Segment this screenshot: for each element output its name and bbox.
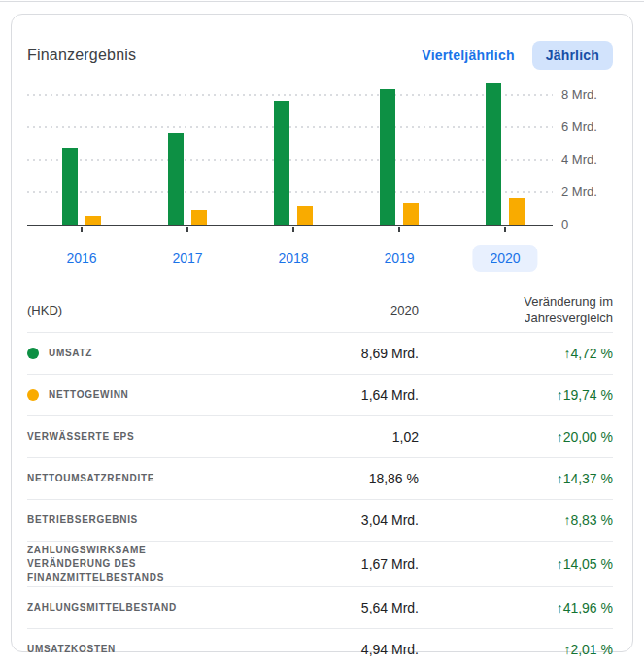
row-label-cell: UMSATZKOSTEN	[27, 643, 234, 656]
series-dot	[27, 348, 39, 359]
row-value: 4,94 Mrd.	[234, 642, 419, 657]
row-label: VERWÄSSERTE EPS	[27, 430, 134, 444]
year-button-2019[interactable]: 2019	[366, 245, 431, 272]
x-axis-ticks	[27, 225, 613, 233]
y-axis-tick-label: 4 Mrd.	[561, 152, 597, 167]
year-button-2020[interactable]: 2020	[472, 245, 537, 272]
x-tick	[292, 227, 294, 232]
table-row[interactable]: NETTOGEWINN 1,64 Mrd. ↑19,74 %	[27, 375, 613, 416]
x-tick	[398, 227, 400, 232]
x-tick	[186, 227, 188, 232]
financials-table: (HKD) 2020 Veränderung im Jahresvergleic…	[27, 287, 613, 664]
gridline	[27, 159, 553, 161]
gridline	[27, 126, 553, 128]
row-label-cell: ZAHLUNGSWIRKSAME VERÄNDERUNG DES FINANZM…	[27, 544, 234, 584]
row-label-cell: BETRIEBSERGEBNIS	[27, 514, 234, 527]
table-row[interactable]: UMSATZKOSTEN 4,94 Mrd. ↑2,01 %	[27, 629, 613, 664]
y-axis-tick-label: 2 Mrd.	[561, 184, 597, 199]
bar-umsatz-2020[interactable]	[486, 83, 501, 225]
period-toggle: Vierteljährlich Jährlich	[410, 41, 613, 70]
row-label-cell: NETTOGEWINN	[27, 388, 234, 402]
row-label-cell: NETTOUMSATZRENDITE	[27, 472, 234, 485]
row-change: ↑19,74 %	[419, 387, 613, 403]
row-change: ↑41,96 %	[419, 600, 613, 615]
table-row[interactable]: VERWÄSSERTE EPS 1,02 ↑20,00 %	[27, 416, 613, 458]
top-divider	[0, 1, 644, 2]
y-axis-tick-label: 8 Mrd.	[561, 87, 597, 102]
series-dot	[27, 389, 39, 401]
row-change: ↑20,00 %	[419, 429, 613, 445]
year-selector: 20162017201820192020	[27, 245, 613, 272]
y-axis-tick-label: 6 Mrd.	[561, 119, 597, 134]
bar-nettogewinn-2017[interactable]	[191, 210, 207, 225]
period-header: 2020	[234, 303, 419, 317]
card-title: Finanzergebnis	[27, 47, 136, 64]
annual-toggle-button[interactable]: Jährlich	[532, 41, 613, 70]
bar-nettogewinn-2019[interactable]	[403, 203, 419, 225]
bar-umsatz-2017[interactable]	[168, 133, 184, 225]
bar-umsatz-2018[interactable]	[274, 101, 289, 225]
row-value: 3,04 Mrd.	[234, 513, 419, 528]
chart-plot-area	[27, 78, 553, 225]
year-button-2016[interactable]: 2016	[49, 245, 114, 272]
change-header: Veränderung im Jahresvergleich	[467, 293, 613, 326]
row-value: 8,69 Mrd.	[234, 346, 419, 361]
table-row[interactable]: BETRIEBSERGEBNIS 3,04 Mrd. ↑8,83 %	[27, 500, 613, 542]
row-label: ZAHLUNGSWIRKSAME VERÄNDERUNG DES FINANZM…	[27, 544, 194, 584]
row-label: BETRIEBSERGEBNIS	[27, 514, 138, 527]
bar-chart: 8 Mrd.6 Mrd.4 Mrd.2 Mrd.0	[27, 78, 613, 225]
currency-header: (HKD)	[27, 303, 234, 317]
row-label: UMSATZ	[49, 347, 92, 360]
bar-nettogewinn-2018[interactable]	[297, 206, 313, 225]
table-body: UMSATZ 8,69 Mrd. ↑4,72 % NETTOGEWINN 1,6…	[27, 333, 613, 664]
row-change: ↑14,05 %	[419, 556, 613, 572]
table-row[interactable]: UMSATZ 8,69 Mrd. ↑4,72 %	[27, 333, 613, 375]
row-label-cell: UMSATZ	[27, 347, 234, 360]
gridline	[27, 94, 553, 96]
quarterly-toggle-button[interactable]: Vierteljährlich	[410, 41, 525, 70]
row-label: UMSATZKOSTEN	[27, 643, 116, 656]
row-value: 18,86 %	[234, 471, 419, 486]
row-label-cell: ZAHLUNGSMITTELBESTAND	[27, 601, 234, 614]
row-value: 1,02	[234, 429, 419, 445]
bar-umsatz-2019[interactable]	[380, 89, 395, 225]
table-row[interactable]: NETTOUMSATZRENDITE 18,86 % ↑14,37 %	[27, 458, 613, 500]
table-row[interactable]: ZAHLUNGSWIRKSAME VERÄNDERUNG DES FINANZM…	[27, 542, 613, 587]
financial-results-card: Finanzergebnis Vierteljährlich Jährlich …	[11, 14, 633, 652]
row-value: 5,64 Mrd.	[234, 600, 419, 615]
row-change: ↑2,01 %	[419, 642, 613, 657]
row-label-cell: VERWÄSSERTE EPS	[27, 430, 234, 444]
row-value: 1,64 Mrd.	[234, 387, 419, 403]
row-label: NETTOGEWINN	[49, 388, 129, 402]
bar-umsatz-2016[interactable]	[62, 148, 78, 225]
bar-nettogewinn-2016[interactable]	[85, 216, 101, 225]
row-label: NETTOUMSATZRENDITE	[27, 472, 154, 485]
x-tick	[81, 227, 83, 232]
row-label: ZAHLUNGSMITTELBESTAND	[27, 601, 177, 614]
bar-nettogewinn-2020[interactable]	[509, 198, 525, 225]
gridline	[27, 191, 553, 193]
row-change: ↑4,72 %	[419, 346, 613, 361]
year-button-2018[interactable]: 2018	[260, 245, 325, 272]
table-header: (HKD) 2020 Veränderung im Jahresvergleic…	[27, 287, 613, 333]
table-row[interactable]: ZAHLUNGSMITTELBESTAND 5,64 Mrd. ↑41,96 %	[27, 587, 613, 629]
year-button-2017[interactable]: 2017	[154, 245, 220, 272]
row-change: ↑14,37 %	[419, 471, 613, 486]
x-tick	[504, 227, 506, 232]
row-value: 1,67 Mrd.	[234, 556, 419, 572]
row-change: ↑8,83 %	[419, 513, 613, 528]
card-header: Finanzergebnis Vierteljährlich Jährlich	[27, 41, 613, 70]
